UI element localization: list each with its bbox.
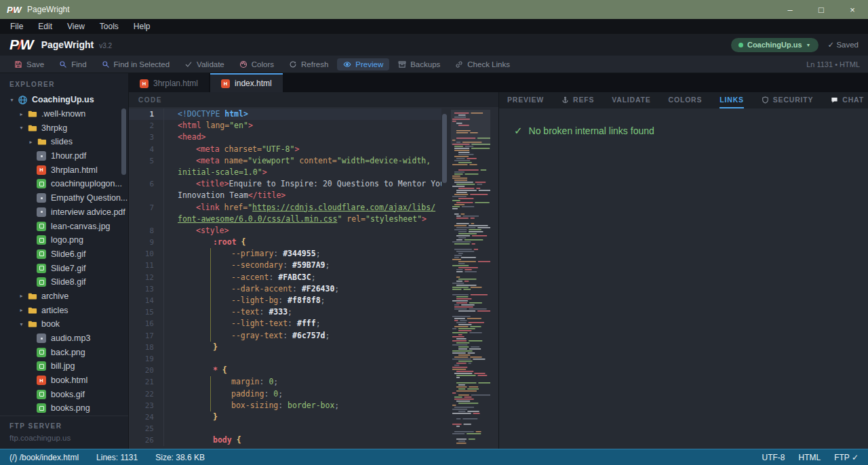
tree-item[interactable]: H3hrplan.html <box>0 163 128 177</box>
tree-item[interactable]: coachinguplogon... <box>0 177 128 191</box>
colors-button[interactable]: Colors <box>233 58 280 70</box>
tree-item[interactable]: Hbook.html <box>0 373 128 388</box>
tree-item[interactable]: interview advice.pdf <box>0 205 128 220</box>
tree-item[interactable]: Slide6.gif <box>0 247 128 262</box>
tree-item-label: 3hrplan.html <box>51 165 98 175</box>
minimize-button[interactable]: – <box>774 0 806 19</box>
links-check-result: ✓ No broken internal links found <box>499 108 868 137</box>
indent-guide <box>210 283 211 295</box>
tree-item[interactable]: 1hour.pdf <box>0 149 128 163</box>
folder-icon <box>26 291 37 302</box>
code-line[interactable]: 17--gray-text: #6c757d; <box>129 330 441 342</box>
tree-item[interactable]: ▾book <box>0 317 128 331</box>
inspector-tab-preview[interactable]: PREVIEW <box>507 92 544 108</box>
tree-item[interactable]: lean-canvas.jpg <box>0 219 128 233</box>
check-links-button[interactable]: Check Links <box>449 58 516 70</box>
code-line[interactable]: 21margin: 0; <box>129 376 441 388</box>
menu-item-tools[interactable]: Tools <box>92 19 126 34</box>
tree-item[interactable]: Slide8.gif <box>0 275 128 289</box>
code-line[interactable]: 20* { <box>129 365 441 376</box>
code-line[interactable]: 11--secondary: #59B7A9; <box>129 260 441 271</box>
code-line[interactable]: 23box-sizing: border-box; <box>129 400 441 411</box>
close-button[interactable]: × <box>837 0 868 19</box>
preview-button[interactable]: Preview <box>337 58 389 70</box>
inspector-tab-colors[interactable]: COLORS <box>669 92 703 108</box>
code-line[interactable]: 19 <box>129 353 441 365</box>
tree-item[interactable]: Empathy Question... <box>0 191 128 205</box>
tree-item[interactable]: ▸.well-known <box>0 107 128 121</box>
backups-button[interactable]: Backups <box>392 58 446 70</box>
inspector-tab-validate[interactable]: VALIDATE <box>612 92 650 108</box>
image-file-icon <box>37 264 46 273</box>
code-line[interactable]: 16--light-text: #fff; <box>129 318 441 329</box>
inspector-tab-chat[interactable]: CHAT <box>831 92 864 108</box>
menu-item-view[interactable]: View <box>60 19 92 34</box>
code-line[interactable]: 3<head> <box>129 132 441 143</box>
code-area[interactable]: 1<!DOCTYPE html>2<html lang="en">3<head>… <box>129 107 441 446</box>
code-line[interactable]: 5<meta name="viewport" content="width=de… <box>129 155 441 167</box>
menu-item-help[interactable]: Help <box>126 19 158 34</box>
editor-scrollbar[interactable] <box>442 114 447 183</box>
tree-item[interactable]: bill.jpg <box>0 359 128 373</box>
code-line[interactable]: 12--accent: #FABC3C; <box>129 272 441 283</box>
line-content: Innovation Team</title> <box>164 190 441 201</box>
minimap[interactable] <box>451 110 490 446</box>
code-line[interactable]: 7<link href="https://cdnjs.cloudflare.co… <box>129 202 441 214</box>
line-number: 22 <box>129 388 164 400</box>
code-line[interactable]: font-awesome/6.0.0/css/all.min.css" rel=… <box>129 214 441 225</box>
line-content: body { <box>164 434 441 446</box>
code-line[interactable]: 9:root { <box>129 237 441 248</box>
tree-item[interactable]: ▸articles <box>0 303 128 317</box>
tree-item[interactable]: ▾3hrpkg <box>0 121 128 135</box>
code-line[interactable]: 2<html lang="en"> <box>129 120 441 132</box>
find-in-selected-button[interactable]: Find in Selected <box>96 58 176 70</box>
code-line[interactable]: 25 <box>129 423 441 434</box>
code-line[interactable]: 13--dark-accent: #F26430; <box>129 283 441 295</box>
tree-item[interactable]: audio.mp3 <box>0 331 128 346</box>
validate-button[interactable]: Validate <box>178 58 231 70</box>
inspector-tab-security[interactable]: SECURITY <box>762 92 814 108</box>
file-tab-3hrplan.html[interactable]: H3hrplan.html <box>129 73 209 92</box>
code-line[interactable]: 1<!DOCTYPE html> <box>129 108 441 120</box>
code-line[interactable]: 18} <box>129 342 441 353</box>
line-number: 10 <box>129 248 164 260</box>
chevron-right-icon: ▸ <box>16 307 26 313</box>
code-line[interactable]: initial-scale=1.0"> <box>129 167 441 178</box>
refresh-button[interactable]: Refresh <box>283 58 334 70</box>
code-line[interactable]: 15--text: #333; <box>129 306 441 318</box>
tab-label: LINKS <box>719 96 744 104</box>
tree-item[interactable]: logo.png <box>0 233 128 247</box>
line-number: 17 <box>129 330 164 342</box>
site-selector[interactable]: CoachingUp.us ▼ <box>731 38 818 52</box>
tree-item[interactable]: ▸slides <box>0 135 128 149</box>
code-line[interactable]: 4<meta charset="UTF-8"> <box>129 144 441 155</box>
toolbar: SaveFindFind in SelectedValidateColorsRe… <box>0 56 868 73</box>
tree-item[interactable]: Slide7.gif <box>0 261 128 275</box>
image-file-icon <box>37 361 46 371</box>
code-line[interactable]: 14--light-bg: #f8f8f8; <box>129 295 441 306</box>
line-number: 26 <box>129 434 164 446</box>
inspector-tab-links[interactable]: LINKS <box>719 92 744 108</box>
menu-item-file[interactable]: File <box>3 19 31 34</box>
code-line[interactable]: 26body { <box>129 434 441 446</box>
code-line[interactable]: Innovation Team</title> <box>129 190 441 201</box>
inspector-tab-refs[interactable]: REFS <box>561 92 594 108</box>
code-line[interactable]: 6<title>Enquire to Inspire: 20 Questions… <box>129 178 441 190</box>
tree-item[interactable]: ▾CoachingUp.us <box>0 93 128 107</box>
menu-item-edit[interactable]: Edit <box>31 19 60 34</box>
save-button[interactable]: Save <box>8 58 50 70</box>
maximize-button[interactable]: □ <box>806 0 837 19</box>
explorer-scrollbar[interactable] <box>121 108 126 175</box>
file-tab-index.html[interactable]: Hindex.html <box>210 73 283 92</box>
code-line[interactable]: 8<style> <box>129 225 441 237</box>
code-line[interactable]: 22padding: 0; <box>129 388 441 400</box>
tree-item[interactable]: books.png <box>0 401 128 416</box>
button-label: Check Links <box>467 60 510 68</box>
line-number: 8 <box>129 225 164 237</box>
code-line[interactable]: 10--primary: #344955; <box>129 248 441 260</box>
tree-item[interactable]: back.png <box>0 345 128 359</box>
find-button[interactable]: Find <box>53 58 92 70</box>
code-line[interactable]: 24} <box>129 411 441 423</box>
tree-item[interactable]: books.gif <box>0 387 128 401</box>
tree-item[interactable]: ▸archive <box>0 289 128 304</box>
